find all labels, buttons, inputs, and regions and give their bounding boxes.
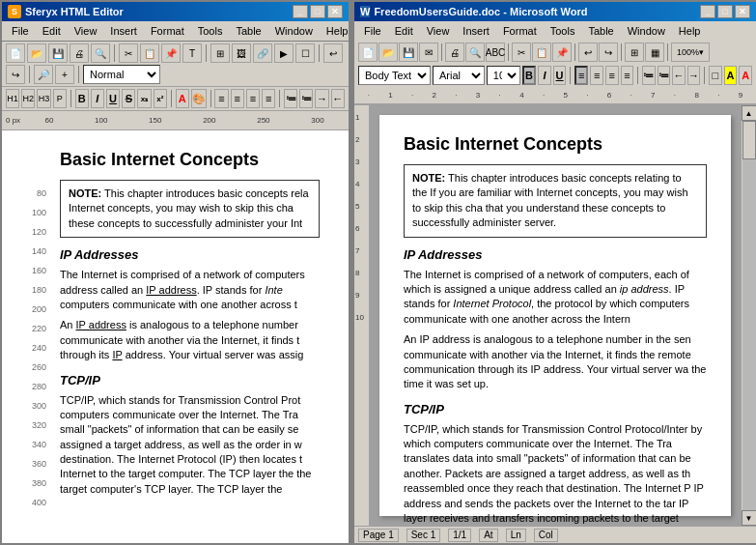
word-underline-btn[interactable]: U: [553, 66, 567, 85]
form-btn[interactable]: ☐: [295, 43, 315, 63]
strikethrough-btn[interactable]: S: [122, 89, 135, 108]
copy-btn[interactable]: 📋: [140, 43, 159, 63]
close-btn[interactable]: ✕: [327, 5, 343, 18]
h3-btn[interactable]: H3: [37, 89, 50, 108]
h1-btn[interactable]: H1: [6, 89, 19, 108]
word-save-btn[interactable]: 💾: [399, 43, 418, 62]
new-btn[interactable]: 📄: [6, 43, 25, 63]
table-insert-btn[interactable]: ⊞: [210, 43, 230, 63]
right-minimize-btn[interactable]: _: [700, 5, 715, 18]
open-btn[interactable]: 📂: [27, 43, 46, 63]
align-right-btn[interactable]: ≡: [246, 89, 260, 108]
bold-btn[interactable]: B: [75, 89, 89, 108]
menu-view[interactable]: View: [69, 23, 103, 39]
word-email-btn[interactable]: ✉: [419, 43, 438, 62]
indent-btn[interactable]: →: [315, 89, 328, 108]
word-zoom-btn[interactable]: 100%▾: [671, 43, 710, 62]
align-left-btn[interactable]: ≡: [214, 89, 228, 108]
word-align-center-btn[interactable]: ≡: [590, 66, 603, 85]
menu-file[interactable]: File: [6, 23, 35, 39]
word-align-left-btn[interactable]: ≡: [574, 66, 588, 85]
word-menu-help[interactable]: Help: [673, 23, 707, 39]
left-editor-area[interactable]: 80100120140160 180200220240260 280300320…: [2, 130, 349, 543]
paste-btn[interactable]: 📌: [161, 43, 181, 63]
undo-btn[interactable]: ↩: [323, 43, 343, 63]
preview-btn[interactable]: 🔍: [91, 43, 110, 63]
word-bullets-btn[interactable]: ≔: [658, 66, 671, 85]
italic-btn[interactable]: I: [91, 89, 104, 108]
ol-btn[interactable]: ≔: [299, 89, 313, 108]
word-align-right-btn[interactable]: ≡: [605, 66, 619, 85]
menu-window[interactable]: Window: [269, 23, 319, 39]
right-maximize-btn[interactable]: □: [717, 5, 733, 18]
subscript-btn[interactable]: x₂: [137, 89, 151, 108]
link-btn[interactable]: 🔗: [253, 43, 272, 63]
save-btn[interactable]: 💾: [48, 43, 68, 63]
maximize-btn[interactable]: □: [310, 5, 325, 18]
word-italic-btn[interactable]: I: [538, 66, 551, 85]
ul-btn[interactable]: ≔: [284, 89, 297, 108]
minimize-btn[interactable]: _: [293, 5, 308, 18]
find-btn[interactable]: 🔎: [34, 65, 53, 84]
word-menu-tools[interactable]: Tools: [545, 23, 581, 39]
media-btn[interactable]: ▶: [274, 43, 294, 63]
word-undo-btn[interactable]: ↩: [578, 43, 598, 62]
menu-format[interactable]: Format: [145, 23, 190, 39]
scroll-down-btn[interactable]: ▼: [742, 510, 757, 526]
word-menu-view[interactable]: View: [421, 23, 456, 39]
cut-btn[interactable]: ✂: [119, 43, 138, 63]
bgcolor-btn[interactable]: 🎨: [191, 89, 207, 108]
style-dropdown[interactable]: Normal: [83, 65, 160, 84]
word-paste-btn[interactable]: 📌: [552, 43, 572, 62]
word-menu-file[interactable]: File: [358, 23, 387, 39]
left-editor-content[interactable]: Basic Internet Concepts NOTE: This chapt…: [50, 140, 329, 533]
menu-help[interactable]: Help: [321, 23, 354, 39]
word-highlight-btn[interactable]: A: [724, 66, 738, 85]
word-table-btn[interactable]: ⊞: [625, 43, 644, 62]
word-open-btn[interactable]: 📂: [378, 43, 398, 62]
fontcolor-btn[interactable]: A: [176, 89, 189, 108]
menu-insert[interactable]: Insert: [104, 23, 143, 39]
word-menu-insert[interactable]: Insert: [457, 23, 495, 39]
word-menu-table[interactable]: Table: [582, 23, 619, 39]
word-increase-indent-btn[interactable]: →: [687, 66, 701, 85]
right-close-btn[interactable]: ✕: [735, 5, 750, 18]
word-redo-btn[interactable]: ↪: [599, 43, 618, 62]
align-center-btn[interactable]: ≡: [231, 89, 244, 108]
menu-edit[interactable]: Edit: [37, 23, 67, 39]
underline-btn[interactable]: U: [106, 89, 120, 108]
scroll-up-btn[interactable]: ▲: [742, 105, 757, 121]
word-new-btn[interactable]: 📄: [358, 43, 378, 62]
word-cut-btn[interactable]: ✂: [512, 43, 531, 62]
word-bold-btn[interactable]: B: [522, 66, 536, 85]
word-print-btn[interactable]: 🖨: [445, 43, 464, 62]
paste-text-btn[interactable]: T: [182, 43, 202, 63]
word-column-btn[interactable]: ▦: [645, 43, 664, 62]
menu-tools[interactable]: Tools: [192, 23, 229, 39]
word-menu-window[interactable]: Window: [622, 23, 671, 39]
paragraph-btn[interactable]: P: [53, 89, 67, 108]
print-btn[interactable]: 🖨: [70, 43, 89, 63]
word-style-dropdown[interactable]: Body Text: [358, 66, 431, 85]
scroll-track[interactable]: [742, 121, 756, 510]
word-numbering-btn[interactable]: ≔: [642, 66, 656, 85]
word-menu-format[interactable]: Format: [497, 23, 543, 39]
scroll-thumb[interactable]: [742, 121, 756, 159]
word-copy-btn[interactable]: 📋: [532, 43, 551, 62]
word-fontsize-dropdown[interactable]: 10: [487, 66, 520, 85]
image-btn[interactable]: 🖼: [232, 43, 251, 63]
align-justify-btn[interactable]: ≡: [262, 89, 275, 108]
superscript-btn[interactable]: x²: [154, 89, 167, 108]
redo-btn[interactable]: ↪: [6, 65, 25, 84]
zoom-in-btn[interactable]: +: [55, 65, 74, 84]
word-preview-btn[interactable]: 🔍: [465, 43, 485, 62]
word-menu-edit[interactable]: Edit: [389, 23, 419, 39]
word-decrease-indent-btn[interactable]: ←: [672, 66, 686, 85]
h2-btn[interactable]: H2: [21, 89, 35, 108]
word-font-dropdown[interactable]: Arial: [433, 66, 485, 85]
word-fontcolor-btn[interactable]: A: [739, 66, 752, 85]
word-align-justify-btn[interactable]: ≡: [621, 66, 634, 85]
outdent-btn[interactable]: ←: [331, 89, 345, 108]
word-spell-btn[interactable]: ABC: [486, 43, 505, 62]
menu-table[interactable]: Table: [230, 23, 266, 39]
